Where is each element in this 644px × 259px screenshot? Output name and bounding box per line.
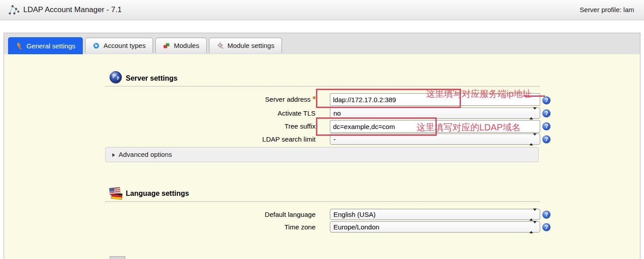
time-zone-select[interactable]: Europe/London [330,221,540,233]
help-icon[interactable]: ? [542,135,550,143]
select-arrows-icon [529,222,537,232]
tab-strip: General settings Account types Modules [4,33,640,54]
ldap-search-limit-label: LDAP search limit [105,134,316,145]
tab-label: Module settings [227,42,274,49]
select-arrows-icon [529,134,537,144]
help-icon[interactable]: ? [542,223,550,231]
header-bar: LDAP Account Manager - 7.1 Server profil… [0,0,644,20]
help-icon[interactable]: ? [542,109,550,117]
server-profile-label: Server profile: lam [580,0,634,20]
server-address-label: Server address [105,93,316,106]
module-settings-icon [217,42,224,49]
select-value: Europe/London [333,223,380,231]
tab-label: Account types [103,42,145,49]
activate-tls-label: Activate TLS [105,108,316,119]
help-icon[interactable]: ? [542,96,550,104]
chevron-right-icon [112,153,115,157]
globe-icon [109,71,122,84]
time-zone-label: Time zone [105,221,316,233]
modules-icon [163,42,170,49]
help-icon[interactable]: ? [542,211,550,219]
select-value: - [333,135,336,143]
language-settings-header: Language settings [105,185,540,202]
required-marker-icon [313,96,316,99]
annotation-note-server-address: 这里填写对应服务端ip地址 [426,88,532,100]
flags-icon [109,187,124,200]
tab-label: Modules [174,42,199,49]
wrench-icon [16,43,23,50]
app-title: LDAP Account Manager - 7.1 [23,0,122,20]
section-title: Server settings [126,70,178,87]
lam-configuration-page: LDAP Account Manager - 7.1 Server profil… [0,0,644,259]
advanced-options-label: Advanced options [119,151,172,158]
annotation-note-tree-suffix: 这里填写对应的LDAP域名 [417,121,520,134]
server-settings-header: Server settings [105,70,540,86]
tab-module-settings[interactable]: Module settings [209,38,282,53]
tree-suffix-label: Tree suffix [105,120,316,133]
tab-general-settings[interactable]: General settings [8,37,83,54]
account-types-icon [93,42,100,49]
select-arrows-icon [529,108,537,118]
default-language-label: Default language [105,209,316,220]
default-language-select[interactable]: English (USA) [330,209,540,220]
select-value: English (USA) [333,211,375,218]
section-title: Language settings [126,185,189,202]
cutoff-element [110,256,125,259]
tab-modules[interactable]: Modules [155,38,207,53]
tab-account-types[interactable]: Account types [85,38,153,53]
lam-logo-icon [7,4,20,16]
help-icon[interactable]: ? [542,122,550,130]
advanced-options-accordion[interactable]: Advanced options [105,147,539,162]
select-arrows-icon [529,209,537,220]
tab-label: General settings [26,42,75,50]
select-value: no [333,109,341,117]
